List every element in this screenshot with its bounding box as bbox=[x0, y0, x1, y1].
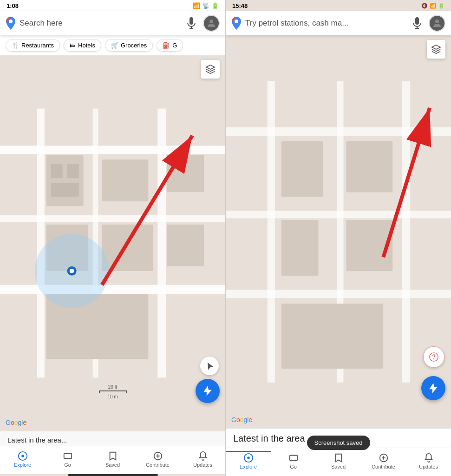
direction-button-left[interactable] bbox=[200, 357, 219, 375]
navigate-icon-right bbox=[427, 382, 439, 394]
svg-rect-15 bbox=[51, 183, 79, 197]
svg-rect-47 bbox=[281, 141, 323, 197]
battery-icon: 🔋 bbox=[211, 2, 219, 9]
nav-updates-left[interactable]: Updates bbox=[180, 449, 225, 469]
svg-rect-49 bbox=[281, 220, 319, 276]
direction-icon-left bbox=[205, 361, 214, 370]
home-indicator-left bbox=[68, 474, 158, 476]
svg-rect-18 bbox=[102, 225, 153, 271]
scale-text-ft: 20 ft bbox=[108, 384, 117, 390]
status-time-right: 15:48 bbox=[232, 2, 248, 9]
status-bar-right: 15:48 🔇 📶 🔋 bbox=[226, 0, 451, 11]
svg-rect-36 bbox=[415, 17, 419, 25]
avatar-left[interactable] bbox=[203, 15, 220, 32]
svg-point-24 bbox=[70, 269, 74, 273]
avatar-right[interactable] bbox=[429, 15, 445, 32]
signal-icon: 📶 bbox=[193, 2, 200, 9]
nav-contribute-right[interactable]: Contribute bbox=[361, 451, 406, 471]
latest-text-left: Latest in the area... bbox=[7, 436, 67, 444]
svg-rect-50 bbox=[346, 220, 392, 271]
map-left[interactable]: 20 ft 10 m Google bbox=[0, 55, 225, 431]
mute-icon: 🔇 bbox=[421, 3, 428, 9]
status-bar-left: 1:08 📶 📡 🔋 bbox=[0, 0, 225, 11]
map-svg-right bbox=[226, 35, 451, 428]
nav-contribute-left[interactable]: Contribute bbox=[135, 449, 180, 469]
svg-rect-29 bbox=[64, 454, 72, 459]
navigate-fab-left[interactable] bbox=[196, 379, 220, 403]
nav-updates-right[interactable]: Updates bbox=[406, 451, 451, 471]
map-svg-left bbox=[0, 55, 225, 431]
svg-point-52 bbox=[433, 358, 434, 359]
nav-go-left[interactable]: Go bbox=[45, 449, 90, 469]
chip-label-hotels: Hotels bbox=[78, 42, 95, 49]
category-chips-left: 🍴 Restaurants 🛏 Hotels 🛒 Groceries ⛽ G bbox=[0, 35, 225, 55]
svg-rect-20 bbox=[167, 225, 204, 266]
svg-point-35 bbox=[235, 20, 238, 23]
nav-explore-left[interactable]: Explore bbox=[0, 449, 45, 469]
scale-line-left bbox=[99, 390, 127, 393]
nav-label-saved-left: Saved bbox=[105, 462, 120, 468]
svg-rect-9 bbox=[37, 109, 45, 378]
go-icon-left bbox=[63, 451, 73, 461]
nav-label-updates-right: Updates bbox=[419, 464, 438, 469]
toast-text: Screenshot saved bbox=[314, 439, 362, 446]
svg-rect-46 bbox=[402, 81, 410, 383]
search-bar-left[interactable]: Search here bbox=[0, 11, 225, 35]
wifi-icon: 📡 bbox=[202, 2, 209, 9]
updates-icon-right bbox=[424, 453, 434, 463]
battery-icon-right: 🔋 bbox=[438, 3, 444, 9]
layer-button-left[interactable] bbox=[201, 60, 220, 79]
nav-label-contribute-right: Contribute bbox=[372, 464, 395, 469]
chip-label-groceries: Groceries bbox=[121, 42, 147, 49]
search-placeholder-left[interactable]: Search here bbox=[20, 19, 180, 28]
google-logo-left: Google bbox=[6, 419, 26, 426]
nav-go-right[interactable]: Go bbox=[271, 451, 316, 471]
svg-point-4 bbox=[209, 20, 213, 23]
svg-rect-7 bbox=[0, 215, 225, 222]
layers-icon-left bbox=[205, 64, 216, 74]
nav-saved-right[interactable]: Saved bbox=[316, 451, 361, 471]
maps-pin-icon-left bbox=[6, 17, 16, 30]
svg-point-0 bbox=[9, 20, 13, 23]
svg-rect-57 bbox=[289, 456, 297, 461]
svg-rect-44 bbox=[268, 81, 275, 383]
explore-icon-right bbox=[243, 453, 254, 463]
question-button-right[interactable] bbox=[423, 346, 444, 368]
status-icons-right: 🔇 📶 🔋 bbox=[421, 3, 444, 9]
layer-button-right[interactable] bbox=[427, 40, 445, 59]
chip-restaurants[interactable]: 🍴 Restaurants bbox=[6, 39, 60, 52]
screenshot-toast: Screenshot saved bbox=[307, 436, 370, 450]
navigate-fab-right[interactable] bbox=[421, 376, 445, 400]
svg-rect-1 bbox=[190, 17, 193, 25]
chip-hotels[interactable]: 🛏 Hotels bbox=[64, 39, 101, 52]
saved-icon-left bbox=[108, 451, 118, 461]
nav-label-go-right: Go bbox=[290, 464, 297, 469]
mic-button-right[interactable] bbox=[410, 16, 424, 30]
svg-rect-16 bbox=[102, 159, 149, 201]
search-placeholder-right[interactable]: Try petrol stations, cash ma... bbox=[245, 19, 405, 28]
go-icon-right bbox=[288, 453, 299, 463]
nav-label-explore-left: Explore bbox=[14, 462, 31, 468]
map-right[interactable]: Google bbox=[226, 35, 451, 428]
nav-label-updates-left: Updates bbox=[193, 462, 212, 468]
svg-rect-11 bbox=[157, 109, 166, 378]
search-bar-right[interactable]: Try petrol stations, cash ma... bbox=[226, 11, 451, 35]
chip-gas[interactable]: ⛽ G bbox=[157, 39, 183, 52]
svg-point-30 bbox=[65, 458, 66, 460]
right-phone-panel: 15:48 🔇 📶 🔋 Try petrol stations, cash ma… bbox=[226, 0, 451, 476]
search-inner-left[interactable]: Search here bbox=[6, 17, 180, 30]
latest-bar-left: Latest in the area... bbox=[0, 431, 225, 446]
svg-rect-14 bbox=[67, 164, 79, 178]
nav-saved-left[interactable]: Saved bbox=[90, 449, 135, 469]
svg-rect-13 bbox=[51, 164, 63, 178]
nav-label-saved-right: Saved bbox=[331, 464, 346, 469]
svg-rect-12 bbox=[46, 155, 84, 206]
svg-rect-6 bbox=[0, 145, 225, 154]
search-inner-right[interactable]: Try petrol stations, cash ma... bbox=[231, 17, 405, 30]
mic-button-left[interactable] bbox=[184, 16, 198, 30]
latest-text-right: Latest in the area bbox=[233, 433, 305, 443]
hotels-icon: 🛏 bbox=[70, 42, 76, 49]
chip-groceries[interactable]: 🛒 Groceries bbox=[105, 39, 153, 52]
svg-rect-51 bbox=[281, 304, 384, 369]
nav-explore-right[interactable]: Explore bbox=[226, 451, 271, 471]
